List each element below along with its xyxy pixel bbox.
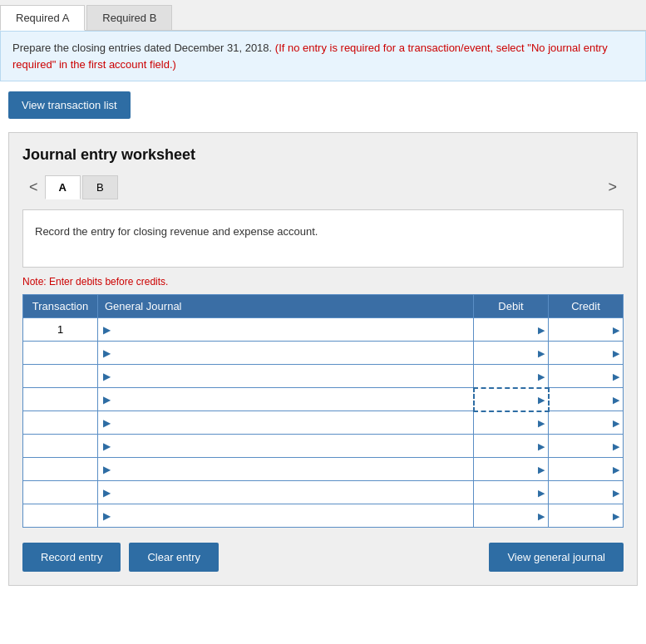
debit-arrow-icon: ▶ xyxy=(538,465,545,474)
main-tabs: Required A Required B xyxy=(0,0,646,31)
record-entry-button[interactable]: Record entry xyxy=(22,543,121,572)
transaction-cell: 1 xyxy=(23,318,98,342)
journal-worksheet: Journal entry worksheet < A B > Record t… xyxy=(8,132,638,586)
credit-cell[interactable]: ▶ xyxy=(549,481,624,504)
view-transaction-container: View transaction list xyxy=(8,91,131,119)
journal-cell[interactable]: ▶ xyxy=(98,342,474,365)
col-header-general-journal: General Journal xyxy=(98,295,474,318)
credit-arrow-icon: ▶ xyxy=(613,371,619,381)
transaction-cell xyxy=(23,504,98,528)
table-row: ▶▶▶ xyxy=(23,411,624,435)
transaction-cell xyxy=(23,411,98,435)
table-row: ▶▶▶ xyxy=(23,388,624,411)
credit-cell[interactable]: ▶ xyxy=(549,342,624,365)
credit-cell[interactable]: ▶ xyxy=(549,365,624,388)
view-general-journal-button[interactable]: View general journal xyxy=(489,543,624,572)
instruction-text: Record the entry for closing revenue and… xyxy=(35,225,318,238)
bottom-buttons: Record entry Clear entry View general jo… xyxy=(22,543,624,572)
debit-arrow-icon: ▶ xyxy=(538,418,545,428)
journal-cell[interactable]: ▶ xyxy=(98,458,474,481)
debit-arrow-icon: ▶ xyxy=(538,511,545,521)
cell-arrow-icon: ▶ xyxy=(103,417,111,429)
view-transaction-button[interactable]: View transaction list xyxy=(8,91,131,119)
cell-arrow-icon: ▶ xyxy=(103,464,111,475)
transaction-cell xyxy=(23,365,98,388)
entry-tab-a[interactable]: A xyxy=(45,175,81,199)
cell-arrow-icon: ▶ xyxy=(103,324,111,336)
debit-cell[interactable]: ▶ xyxy=(474,318,549,342)
credit-arrow-icon: ▶ xyxy=(613,465,619,474)
credit-arrow-icon: ▶ xyxy=(613,511,619,521)
debit-arrow-icon: ▶ xyxy=(538,325,545,335)
credit-cell[interactable]: ▶ xyxy=(549,458,624,481)
clear-entry-button[interactable]: Clear entry xyxy=(129,543,219,572)
tab-required-b[interactable]: Required B xyxy=(86,5,172,30)
col-header-transaction: Transaction xyxy=(23,295,98,318)
credit-cell[interactable]: ▶ xyxy=(549,411,624,435)
journal-cell[interactable]: ▶ xyxy=(98,318,474,342)
transaction-cell xyxy=(23,481,98,504)
cell-arrow-icon: ▶ xyxy=(103,440,111,452)
credit-arrow-icon: ▶ xyxy=(613,488,619,498)
journal-cell[interactable]: ▶ xyxy=(98,365,474,388)
debit-arrow-icon: ▶ xyxy=(538,371,545,381)
tab-required-a[interactable]: Required A xyxy=(0,5,85,31)
debit-cell[interactable]: ▶ xyxy=(474,458,549,481)
transaction-cell xyxy=(23,342,98,365)
journal-cell[interactable]: ▶ xyxy=(98,504,474,528)
debit-arrow-icon: ▶ xyxy=(538,441,545,451)
cell-arrow-icon: ▶ xyxy=(103,510,111,522)
col-header-debit: Debit xyxy=(474,295,549,318)
cell-arrow-icon: ▶ xyxy=(103,487,111,499)
credit-arrow-icon: ▶ xyxy=(613,348,619,358)
info-bar: Prepare the closing entries dated Decemb… xyxy=(0,31,646,81)
table-row: ▶▶▶ xyxy=(23,365,624,388)
debit-arrow-icon: ▶ xyxy=(538,488,545,498)
table-row: ▶▶▶ xyxy=(23,481,624,504)
cell-arrow-icon: ▶ xyxy=(103,371,111,382)
journal-table: Transaction General Journal Debit Credit… xyxy=(22,294,624,528)
cell-arrow-icon: ▶ xyxy=(103,347,111,359)
debit-cell[interactable]: ▶ xyxy=(474,365,549,388)
table-row: ▶▶▶ xyxy=(23,342,624,365)
debit-cell[interactable]: ▶ xyxy=(474,411,549,435)
debit-cell[interactable]: ▶ xyxy=(474,342,549,365)
credit-arrow-icon: ▶ xyxy=(613,418,619,428)
journal-cell[interactable]: ▶ xyxy=(98,411,474,435)
credit-arrow-icon: ▶ xyxy=(613,325,619,335)
debit-arrow-icon: ▶ xyxy=(538,395,545,405)
table-row: ▶▶▶ xyxy=(23,458,624,481)
debit-cell[interactable]: ▶ xyxy=(474,504,549,528)
cell-arrow-icon: ▶ xyxy=(103,394,111,406)
transaction-cell xyxy=(23,388,98,411)
credit-cell[interactable]: ▶ xyxy=(549,504,624,528)
transaction-cell xyxy=(23,458,98,481)
table-row: 1▶▶▶ xyxy=(23,318,624,342)
journal-cell[interactable]: ▶ xyxy=(98,435,474,458)
table-row: ▶▶▶ xyxy=(23,435,624,458)
journal-cell[interactable]: ▶ xyxy=(98,481,474,504)
col-header-credit: Credit xyxy=(549,295,624,318)
debit-cell[interactable]: ▶ xyxy=(474,435,549,458)
journal-cell[interactable]: ▶ xyxy=(98,388,474,411)
debit-cell[interactable]: ▶ xyxy=(474,481,549,504)
nav-arrow-left[interactable]: < xyxy=(22,177,45,198)
credit-arrow-icon: ▶ xyxy=(613,395,619,405)
info-main-text: Prepare the closing entries dated Decemb… xyxy=(12,42,275,54)
entry-tabs-row: < A B > xyxy=(22,175,624,199)
credit-cell[interactable]: ▶ xyxy=(549,388,624,411)
entry-tab-b[interactable]: B xyxy=(82,175,118,199)
table-row: ▶▶▶ xyxy=(23,504,624,528)
credit-arrow-icon: ▶ xyxy=(613,441,619,451)
instruction-box: Record the entry for closing revenue and… xyxy=(22,209,624,268)
credit-cell[interactable]: ▶ xyxy=(549,435,624,458)
worksheet-title: Journal entry worksheet xyxy=(22,146,624,164)
nav-arrow-right[interactable]: > xyxy=(601,177,624,198)
credit-cell[interactable]: ▶ xyxy=(549,318,624,342)
debit-arrow-icon: ▶ xyxy=(538,348,545,358)
note-text: Note: Enter debits before credits. xyxy=(22,276,624,288)
transaction-cell xyxy=(23,435,98,458)
debit-cell[interactable]: ▶ xyxy=(474,388,549,411)
